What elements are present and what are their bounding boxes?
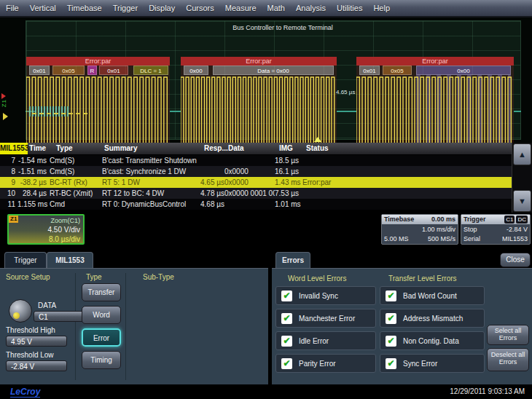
cell-img: 7.53 µs [275,188,302,199]
cell-summary: B'cast: Transmitter Shutdown [102,155,200,166]
decode-field: 0x05 [52,66,85,75]
tab-mil1553[interactable]: MIL1553 [47,252,93,268]
deselect-all-errors-button[interactable]: Deselect all Errors [487,348,529,371]
error-checkbox-bad-word-count[interactable]: ✔Bad Word Count [380,286,485,305]
source-channel-field[interactable]: C1 [34,311,86,322]
cell-time: -1.51 ms [17,166,50,177]
checkbox-icon[interactable]: ✔ [386,358,396,369]
checkbox-icon[interactable]: ✔ [386,291,396,301]
trigger-title: Trigger [463,215,486,224]
cell-img: 1.01 ms [275,199,302,210]
menu-item-help[interactable]: Help [373,4,390,12]
checkbox-label: Non Contig. Data [403,337,459,345]
decode-error-bar: Error:par [26,57,170,66]
checkbox-icon[interactable]: ✔ [386,313,396,324]
col-header-status: Status [306,143,329,154]
type-button-transfer[interactable]: Transfer [82,283,121,301]
type-button-word[interactable]: Word [82,306,121,324]
trigger-source-badge: C1 [504,216,515,224]
error-checkbox-sync-error[interactable]: ✔Sync Error [380,354,485,373]
subtype-heading: Sub-Type [143,273,174,281]
menu-item-measure[interactable]: Measure [225,4,257,12]
cell-time: -1.54 ms [17,155,50,166]
table-row-10[interactable]: 1028.4 µsRT-BC (Xmit)RT 12 to BC: 4 DW4.… [0,188,512,199]
error-checkbox-address-mismatch[interactable]: ✔Address Mismatch [380,309,485,328]
menu-item-utilities[interactable]: Utilities [337,4,362,12]
decode-field: 0x01 [359,66,380,75]
threshold-low-field[interactable]: -2.84 V [6,360,67,371]
mil1553-trigger-dialog: Source Setup DATA C1 Threshold High 4.95… [0,268,268,384]
cell-time: -38.2 µs [17,177,50,188]
cell-summary: RT 0: DynamicBusControl [102,199,200,210]
decode-field: R [87,66,97,75]
checkbox-label: Idle Error [299,337,329,345]
zoom-hscale: 8.0 µs/div [49,235,80,243]
menu-item-cursors[interactable]: Cursors [186,4,214,12]
zoom-source: Zoom(C1) [50,217,80,224]
source-knob[interactable] [9,299,32,323]
cell-resp [200,155,224,166]
cell-status [302,199,512,210]
trigger-level: -2.84 V [506,226,528,233]
close-button[interactable]: Close [500,253,531,267]
table-row-9[interactable]: 9-38.2 µsBC-RT (Rx)RT 5: 1 DW4.65 µs0x00… [0,177,512,188]
scroll-up-button[interactable]: ▲ [513,143,531,165]
checkbox-label: Address Mismatch [403,315,463,323]
timebase-scale: 1.00 ms/div [422,226,455,233]
tab-errors[interactable]: Errors [275,252,310,268]
table-row-7[interactable]: 7-1.54 msCmd(S)B'cast: Transmitter Shutd… [0,155,512,166]
menu-item-trigger[interactable]: Trigger [113,4,138,12]
decode-error-bar: Error:par [356,57,514,66]
cell-resp: 4.65 µs [200,177,224,188]
checkbox-label: Bad Word Count [403,292,457,300]
data-label: DATA [38,301,56,309]
cell-data [224,199,275,210]
scroll-down-button[interactable]: ▼ [513,190,531,212]
decode-field: Data = 0x00 [213,66,334,75]
col-header-data: Data [228,143,244,154]
checkbox-icon[interactable]: ✔ [386,336,396,347]
col-header-type: Type [56,143,73,154]
menu-item-analysis[interactable]: Analysis [296,4,326,12]
error-checkbox-invalid-sync[interactable]: ✔Invalid Sync [275,286,376,305]
table-row-8[interactable]: 8-1.51 msCmd(S)B'cast: Synchronize 1 DW0… [0,166,512,177]
trigger-descriptor[interactable]: Trigger C1 DC Stop -2.84 V Serial MIL155… [461,214,531,245]
baseline-segment [170,111,181,112]
cell-img: 16.1 µs [275,166,302,177]
cell-data: 0x0000 [224,177,275,188]
checkbox-icon[interactable]: ✔ [281,358,292,369]
trigger-coupling-badge: DC [516,216,528,224]
threshold-high-field[interactable]: 4.95 V [6,336,67,347]
menu-item-vertical[interactable]: Vertical [30,4,56,12]
error-checkbox-manchester-error[interactable]: ✔Manchester Error [275,309,376,328]
cell-idx: 8 [0,166,17,177]
cell-data: 0x0000 [224,166,275,177]
type-button-error[interactable]: Error [82,328,121,347]
error-checkbox-idle-error[interactable]: ✔Idle Error [275,331,376,350]
cell-summary: B'cast: Synchronize 1 DW [102,166,200,177]
checkbox-icon[interactable]: ✔ [281,313,292,324]
error-checkbox-non-contig-data[interactable]: ✔Non Contig. Data [380,331,485,350]
col-header-img: IMG [279,143,293,154]
timebase-delay: 0.00 ms [431,215,455,224]
menu-item-display[interactable]: Display [149,4,175,12]
zoom-vscale: 4.50 V/div [48,226,80,234]
menu-item-timebase[interactable]: Timebase [67,4,102,12]
error-checkbox-parity-error[interactable]: ✔Parity Error [275,354,376,373]
tab-trigger[interactable]: Trigger [4,252,47,268]
menu-item-math[interactable]: Math [267,4,285,12]
table-scrollbar[interactable]: ▲ ▼ [512,143,532,213]
checkbox-icon[interactable]: ✔ [281,336,292,347]
checkbox-icon[interactable]: ✔ [281,291,292,301]
select-all-errors-button[interactable]: Select all Errors [487,325,529,345]
decode-field: 0x01 [99,66,128,75]
zoom-trace-descriptor[interactable]: Z1 Zoom(C1) 4.50 V/div 8.0 µs/div [7,214,85,245]
timebase-samples: 5.00 MS [384,235,409,242]
cell-idx: 7 [0,155,17,166]
separator [75,273,76,380]
cell-status [302,155,512,166]
timebase-descriptor[interactable]: Timebase 0.00 ms 1.00 ms/div 5.00 MS 500… [381,214,458,245]
type-button-timing[interactable]: Timing [82,351,121,369]
table-row-11[interactable]: 111.155 msCmdRT 0: DynamicBusControl4.68… [0,199,512,210]
menu-item-file[interactable]: File [6,4,19,12]
